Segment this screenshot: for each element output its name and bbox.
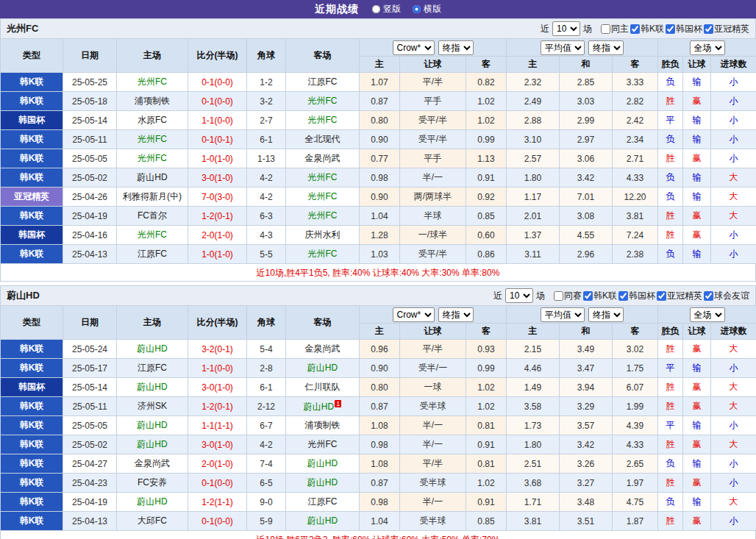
scope-select[interactable]: 全场	[690, 40, 725, 55]
match-score[interactable]: 1-1(0-0)	[188, 111, 247, 130]
odds-time-select[interactable]: 终指	[438, 307, 474, 322]
home-team-name[interactable]: 江原FC	[138, 249, 167, 259]
filter-checkbox[interactable]	[704, 291, 713, 301]
match-score[interactable]: 3-2(0-1)	[188, 340, 247, 359]
match-score[interactable]: 1-1(0-0)	[188, 359, 247, 378]
avg-time-select[interactable]: 终指	[588, 307, 624, 322]
match-count-select[interactable]: 10	[505, 288, 533, 303]
odds-source-select[interactable]: Crow*	[393, 40, 435, 55]
match-score[interactable]: 0-1(0-1)	[188, 130, 247, 149]
result-handicap: 输	[683, 416, 711, 435]
home-team-name[interactable]: 利雅得新月(中)	[123, 191, 182, 201]
odds-source-select[interactable]: Crow*	[393, 307, 435, 322]
home-team-name[interactable]: 济州SK	[138, 401, 167, 411]
away-team-name[interactable]: 江原FC	[308, 76, 338, 87]
radio-horizontal-layout[interactable]: 横版	[413, 3, 441, 15]
match-score[interactable]: 0-1(0-0)	[188, 92, 247, 111]
avg-source-select[interactable]: 平均值	[541, 40, 585, 55]
away-team-name[interactable]: 庆州水利	[305, 229, 340, 240]
away-odds: 0.91	[466, 435, 507, 454]
home-team-name[interactable]: 光州FC	[138, 76, 167, 87]
match-score[interactable]: 0-1(0-0)	[188, 73, 247, 92]
away-team-name[interactable]: 蔚山HD	[307, 515, 338, 526]
away-team-cell: 庆州水利	[286, 226, 360, 245]
avg-source-select[interactable]: 平均值	[541, 307, 585, 322]
filter-checkbox[interactable]	[554, 291, 563, 301]
home-team-name[interactable]: 蔚山HD	[137, 496, 167, 507]
home-team-name[interactable]: 蔚山HD	[137, 420, 167, 430]
filter-option[interactable]: 韩K联	[630, 23, 664, 35]
home-team-name[interactable]: 蔚山HD	[137, 382, 167, 392]
away-team-cell: 蔚山HD	[286, 474, 360, 493]
away-team-name[interactable]: 蔚山HD	[307, 363, 338, 373]
home-team-name[interactable]: 光州FC	[138, 134, 167, 144]
away-team-name[interactable]: 光州FC	[308, 172, 338, 182]
away-team-name[interactable]: 光州FC	[308, 249, 338, 259]
away-team-name[interactable]: 浦项制铁	[305, 420, 340, 430]
filter-option[interactable]: 球会友谊	[704, 290, 749, 302]
away-team-name[interactable]: 光州FC	[308, 210, 338, 221]
filter-option[interactable]: 亚冠精英	[657, 290, 702, 302]
match-score[interactable]: 0-1(0-0)	[188, 512, 247, 531]
away-team-name[interactable]: 江原FC	[308, 496, 338, 507]
avg-home-odds: 2.88	[507, 111, 560, 130]
corner-score: 6-1	[247, 378, 286, 397]
match-count-select[interactable]: 10	[552, 21, 580, 36]
home-team-name[interactable]: 水原FC	[138, 115, 167, 125]
home-team-name[interactable]: 金泉尚武	[135, 458, 170, 468]
away-team-name[interactable]: 全北现代	[305, 134, 340, 144]
away-team-name[interactable]: 蔚山HD	[307, 458, 338, 468]
filter-checkbox[interactable]	[630, 24, 640, 34]
match-score[interactable]: 1-1(1-1)	[188, 416, 247, 435]
home-team-name[interactable]: FC首尔	[138, 210, 167, 221]
match-score[interactable]: 2-0(1-0)	[188, 226, 247, 245]
filter-checkbox[interactable]	[666, 24, 675, 34]
home-team-name[interactable]: 江原FC	[138, 363, 167, 373]
filter-option[interactable]: 韩国杯	[666, 23, 702, 35]
away-team-name[interactable]: 光州FC	[308, 191, 338, 201]
filter-option[interactable]: 韩K联	[583, 290, 617, 302]
filter-checkbox[interactable]	[618, 291, 628, 301]
home-team-name[interactable]: 大邱FC	[138, 515, 167, 526]
filter-checkbox[interactable]	[657, 291, 666, 301]
match-score[interactable]: 0-1(0-0)	[188, 474, 247, 493]
match-score[interactable]: 7-0(3-0)	[188, 188, 247, 207]
filter-checkbox[interactable]	[704, 24, 713, 34]
away-team-name[interactable]: 光州FC	[308, 115, 338, 125]
away-team-name[interactable]: 仁川联队	[305, 382, 340, 392]
radio-vertical-layout[interactable]: 竖版	[372, 3, 401, 15]
away-team-name[interactable]: 金泉尚武	[305, 153, 340, 163]
match-score[interactable]: 1-0(1-0)	[188, 149, 247, 168]
filter-option[interactable]: 同主	[601, 23, 629, 35]
match-score[interactable]: 3-0(1-0)	[188, 168, 247, 188]
home-team-name[interactable]: 光州FC	[138, 229, 167, 240]
filter-checkbox[interactable]	[583, 291, 593, 301]
filter-option[interactable]: 同赛	[554, 290, 582, 302]
home-team-name[interactable]: 浦项制铁	[135, 96, 170, 106]
away-team-name[interactable]: 蔚山HD	[307, 477, 338, 488]
subheader-result: 胜负	[658, 57, 683, 73]
match-score[interactable]: 1-2(0-1)	[188, 207, 247, 226]
home-team-name[interactable]: FC安养	[138, 477, 167, 488]
match-score[interactable]: 3-0(1-0)	[188, 378, 247, 397]
away-team-name[interactable]: 金泉尚武	[305, 343, 340, 354]
filter-option[interactable]: 韩国杯	[618, 290, 655, 302]
home-team-cell: FC首尔	[117, 207, 188, 226]
home-team-name[interactable]: 蔚山HD	[137, 172, 167, 182]
match-score[interactable]: 1-2(0-1)	[188, 397, 247, 416]
home-team-name[interactable]: 蔚山HD	[137, 343, 167, 354]
odds-time-select[interactable]: 终指	[438, 40, 474, 55]
filter-option[interactable]: 亚冠精英	[704, 23, 749, 35]
scope-select[interactable]: 全场	[690, 307, 725, 322]
away-team-name[interactable]: 蔚山HD	[304, 401, 334, 412]
match-score[interactable]: 2-0(1-0)	[188, 454, 247, 474]
away-team-name[interactable]: 光州FC	[308, 439, 338, 449]
home-team-name[interactable]: 蔚山HD	[137, 439, 167, 449]
match-score[interactable]: 1-2(1-1)	[188, 493, 247, 512]
match-score[interactable]: 3-0(1-0)	[188, 435, 247, 454]
away-team-name[interactable]: 光州FC	[308, 96, 338, 106]
avg-time-select[interactable]: 终指	[588, 40, 624, 55]
match-score[interactable]: 1-0(1-0)	[188, 245, 247, 264]
home-team-name[interactable]: 光州FC	[138, 153, 167, 163]
filter-checkbox[interactable]	[601, 24, 610, 34]
